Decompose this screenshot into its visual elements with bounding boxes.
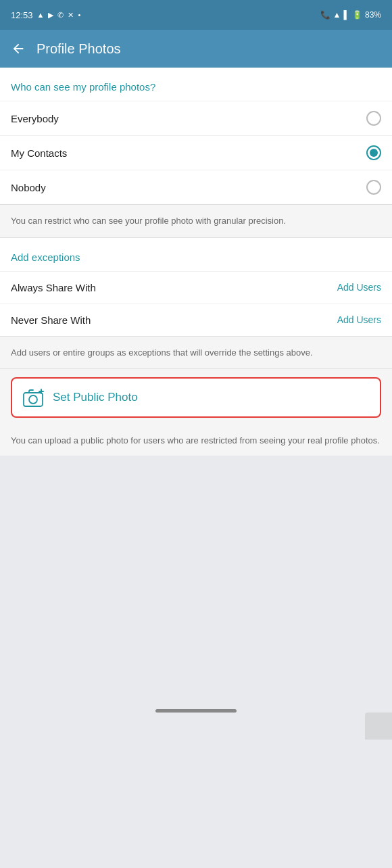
network-icon: ▲ <box>37 11 45 19</box>
radio-selected-dot <box>370 149 378 157</box>
visibility-section: Who can see my profile photos? Everybody… <box>0 68 392 204</box>
always-share-add-users-button[interactable]: Add Users <box>337 282 381 293</box>
public-photo-note: You can upload a public photo for users … <box>0 426 392 456</box>
option-my-contacts-label: My Contacts <box>11 147 67 159</box>
scroll-indicator <box>155 709 237 713</box>
status-left: 12:53 ▲ ▶ ✆ ✕ • <box>11 10 80 20</box>
app-bar: Profile Photos <box>0 30 392 68</box>
exceptions-heading: Add exceptions <box>0 238 392 271</box>
battery-icon: 🔋 <box>352 10 362 20</box>
never-share-add-users-button[interactable]: Add Users <box>337 314 381 325</box>
main-content: Who can see my profile photos? Everybody… <box>0 68 392 740</box>
youtube-icon: ▶ <box>48 11 53 20</box>
scrollbar-box <box>365 713 392 740</box>
page-title: Profile Photos <box>36 41 121 57</box>
radio-nobody[interactable] <box>366 180 381 195</box>
set-public-photo-label: Set Public Photo <box>53 391 138 404</box>
status-time: 12:53 <box>11 10 33 20</box>
option-nobody-label: Nobody <box>11 182 46 193</box>
dot-icon: • <box>78 11 80 19</box>
status-bar: 12:53 ▲ ▶ ✆ ✕ • 📞 ▲ ▌ 🔋 83% <box>0 0 392 30</box>
svg-point-1 <box>29 395 37 404</box>
visibility-info-note: You can restrict who can see your profil… <box>0 204 392 238</box>
bottom-area <box>0 456 392 740</box>
always-share-label: Always Share With <box>11 282 96 293</box>
camera-add-icon <box>23 388 45 407</box>
svg-rect-0 <box>24 393 43 406</box>
option-my-contacts[interactable]: My Contacts <box>0 135 392 170</box>
never-share-label: Never Share With <box>11 314 91 326</box>
exceptions-note: Add users or entire groups as exceptions… <box>0 336 392 370</box>
exceptions-section: Add exceptions Always Share With Add Use… <box>0 238 392 336</box>
radio-everybody[interactable] <box>366 111 381 126</box>
never-share-row: Never Share With Add Users <box>0 304 392 336</box>
x-icon: ✕ <box>68 11 74 20</box>
status-right: 📞 ▲ ▌ 🔋 83% <box>320 10 381 20</box>
whatsapp-icon: ✆ <box>57 11 64 20</box>
wifi-icon: ▲ <box>333 10 341 20</box>
radio-my-contacts[interactable] <box>366 145 381 160</box>
option-everybody[interactable]: Everybody <box>0 101 392 135</box>
option-everybody-label: Everybody <box>11 113 59 124</box>
phone-icon: 📞 <box>320 10 330 20</box>
signal-icon: ▌ <box>343 10 349 20</box>
set-public-photo-button[interactable]: Set Public Photo <box>11 377 381 418</box>
always-share-row: Always Share With Add Users <box>0 271 392 304</box>
option-nobody[interactable]: Nobody <box>0 170 392 204</box>
visibility-heading: Who can see my profile photos? <box>0 68 392 101</box>
set-public-photo-section: Set Public Photo <box>0 369 392 426</box>
battery-percent: 83% <box>365 10 381 20</box>
back-button[interactable] <box>11 41 26 56</box>
